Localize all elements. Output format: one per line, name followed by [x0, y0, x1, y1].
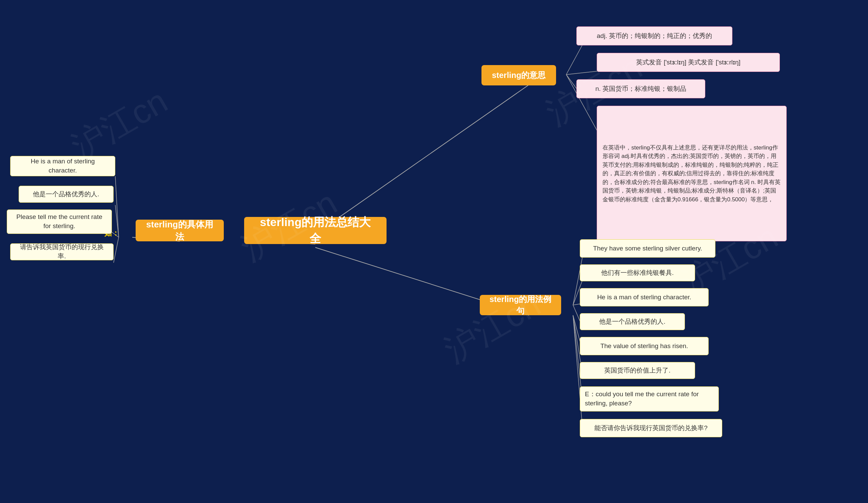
ex1-zh: 他们有一些标准纯银餐具.: [580, 264, 695, 281]
svg-line-1: [315, 85, 529, 234]
center-node: sterling的用法总结大全: [244, 217, 386, 244]
mindmap-container: 沪江cn 沪江cn 沪江cn 沪江cn 沪江cn sterling的用法总结大全…: [0, 0, 868, 503]
branch-meaning: sterling的意思: [482, 65, 556, 85]
meaning-pronunciation: 英式发音 ['stɜːlɪŋ] 美式发音 ['stɜːrlɪŋ]: [597, 53, 780, 72]
ex2-zh: 他是一个品格优秀的人.: [580, 313, 685, 330]
meaning-adj: adj. 英币的；纯银制的；纯正的；优秀的: [576, 27, 732, 45]
meaning-noun: n. 英国货币；标准纯银；银制品: [576, 79, 705, 98]
connections-svg: [0, 0, 868, 503]
ex3-zh: 英国货币的价值上升了.: [580, 362, 695, 379]
ex4-zh: 能否请你告诉我现行英国货币的兑换率?: [580, 419, 722, 437]
specific-zh2: 请告诉我英国货币的现行兑换率.: [10, 243, 114, 260]
specific-en2: Please tell me the current rate for ster…: [7, 209, 112, 234]
branch-specific: sterling的具体用法: [136, 220, 224, 241]
meaning-detail: 在英语中，sterling不仅具有上述意思，还有更详尽的用法，sterling作…: [597, 106, 787, 241]
specific-zh1: 他是一个品格优秀的人.: [19, 186, 114, 203]
specific-en1: He is a man of sterling character.: [10, 156, 115, 176]
ex3-en: The value of sterling has risen.: [580, 337, 709, 355]
ex4-en: E：could you tell me the current rate for…: [580, 386, 719, 411]
ex2-en: He is a man of sterling character.: [580, 288, 709, 306]
ex1-en: They have some sterling silver cutlery.: [580, 239, 715, 258]
branch-example: sterling的用法例句: [480, 295, 561, 315]
svg-line-8: [566, 43, 583, 75]
svg-line-7: [114, 237, 119, 263]
